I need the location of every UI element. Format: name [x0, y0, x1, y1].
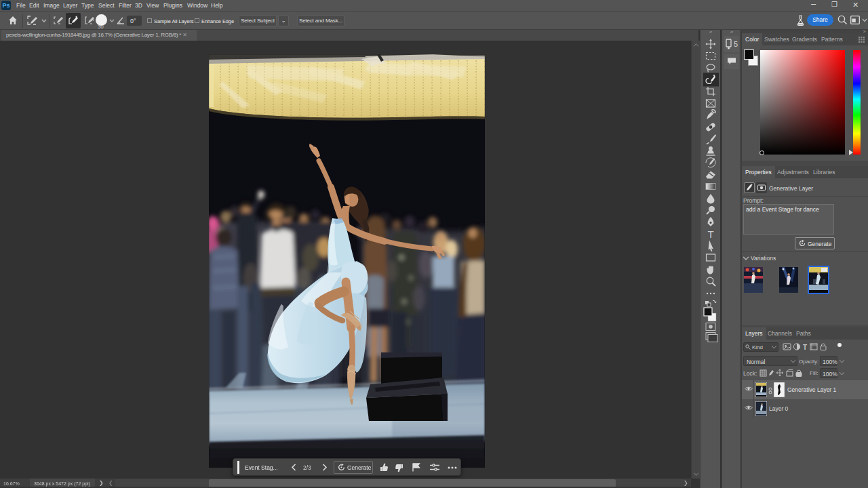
svg-text:5: 5	[734, 40, 738, 48]
svg-text:«: «	[709, 30, 713, 35]
svg-text:T: T	[803, 344, 807, 351]
svg-text:«: «	[730, 30, 734, 35]
svg-text:T: T	[707, 228, 713, 240]
